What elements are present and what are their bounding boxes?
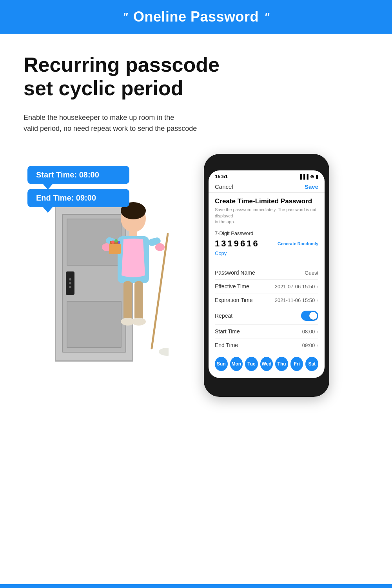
app-content: Create Time-Limited Password Save the pa… — [209, 193, 325, 378]
info-label-4: Start Time — [215, 328, 240, 335]
svg-point-20 — [118, 241, 120, 244]
lock-dot-2 — [69, 282, 71, 284]
info-value-1: 2021-07-06 15:50› — [275, 283, 318, 289]
footer-bar — [0, 584, 392, 588]
save-button[interactable]: Save — [305, 183, 318, 190]
housekeeper-figure — [98, 197, 169, 362]
info-value-5: 09:00› — [302, 342, 318, 348]
app-title: Create Time-Limited Password — [215, 197, 318, 205]
copy-link[interactable]: Copy — [215, 250, 318, 256]
phone-notch — [247, 159, 286, 168]
svg-point-9 — [155, 243, 165, 251]
main-content: Recurring passcodeset cyclic period Enab… — [0, 34, 392, 420]
lock-dot-3 — [69, 286, 71, 288]
svg-rect-16 — [109, 243, 121, 254]
wifi-icon: ⊛ — [310, 174, 314, 179]
generate-randomly-button[interactable]: Generate Randomly — [278, 241, 318, 246]
day-buttons-container: SunMonTueWedThuFriSat — [215, 352, 318, 373]
status-icons: ▐▐▐ ⊛ ▮ — [298, 174, 318, 179]
svg-point-18 — [111, 241, 114, 244]
chevron-icon-1: › — [316, 283, 318, 289]
header-title: Oneline Password — [133, 9, 259, 25]
end-time-bubble: End Time: 09:00 — [27, 189, 129, 207]
info-label-2: Expiration Time — [215, 297, 252, 303]
illustration-area: Start Time: 08:00 End Time: 09:00 — [24, 154, 368, 397]
password-digits: 1319616 — [215, 239, 260, 249]
info-row-2[interactable]: Expiration Time2021-11-06 15:50› — [215, 293, 318, 307]
day-btn-thu[interactable]: Thu — [275, 357, 288, 371]
info-row-0: Password NameGuest — [215, 266, 318, 280]
cancel-button[interactable]: Cancel — [215, 183, 233, 190]
phone-mockup: 15:51 ▐▐▐ ⊛ ▮ Cancel Save Create Time-Li… — [204, 154, 329, 397]
info-value-text-1: 2021-07-06 15:50 — [275, 284, 315, 289]
day-btn-sun[interactable]: Sun — [215, 357, 228, 371]
app-nav-bar: Cancel Save — [209, 181, 325, 193]
info-value-0: Guest — [305, 270, 318, 276]
svg-point-15 — [159, 348, 169, 356]
svg-rect-10 — [123, 281, 132, 320]
svg-rect-11 — [134, 281, 143, 320]
password-section-label: 7-Digit Password — [215, 230, 318, 236]
info-value-text-5: 09:00 — [302, 342, 315, 348]
page-description: Enable the housekeeper to make up room i… — [24, 112, 212, 135]
door-scene: Start Time: 08:00 End Time: 09:00 — [24, 154, 192, 362]
speech-bubbles: Start Time: 08:00 End Time: 09:00 — [27, 166, 129, 207]
info-label-3: Repeat — [215, 313, 232, 319]
day-btn-tue[interactable]: Tue — [245, 357, 258, 371]
info-label-1: Effective Time — [215, 283, 249, 289]
info-label-0: Password Name — [215, 270, 255, 276]
day-btn-sat[interactable]: Sat — [305, 357, 318, 371]
chevron-icon-5: › — [316, 342, 318, 348]
svg-point-13 — [132, 318, 146, 326]
chevron-icon-2: › — [316, 297, 318, 303]
info-row-5[interactable]: End Time09:00› — [215, 338, 318, 352]
lock-dot-1 — [69, 278, 71, 280]
phone-screen: 15:51 ▐▐▐ ⊛ ▮ Cancel Save Create Time-Li… — [209, 170, 325, 378]
toggle-thumb — [309, 312, 317, 320]
info-value-text-4: 08:00 — [302, 329, 315, 335]
day-btn-fri[interactable]: Fri — [290, 357, 303, 371]
day-btn-wed[interactable]: Wed — [260, 357, 273, 371]
status-bar: 15:51 ▐▐▐ ⊛ ▮ — [209, 170, 325, 181]
status-time: 15:51 — [215, 174, 228, 179]
info-row-3: Repeat — [215, 307, 318, 325]
page-heading: Recurring passcodeset cyclic period — [24, 53, 368, 100]
signal-icon: ▐▐▐ — [298, 174, 309, 179]
repeat-toggle[interactable] — [301, 311, 318, 321]
quote-right-icon: " — [264, 11, 269, 22]
info-row-4[interactable]: Start Time08:00› — [215, 325, 318, 338]
info-label-5: End Time — [215, 342, 238, 348]
start-time-bubble: Start Time: 08:00 — [27, 166, 129, 184]
home-indicator — [247, 382, 286, 384]
chevron-icon-4: › — [316, 328, 318, 335]
info-rows-container: Password NameGuestEffective Time2021-07-… — [215, 266, 318, 352]
info-value-2: 2021-11-06 15:50› — [275, 297, 318, 303]
door-lock — [66, 271, 74, 295]
quote-left-icon: " — [123, 11, 128, 22]
divider-1 — [215, 262, 318, 262]
battery-icon: ▮ — [316, 174, 318, 179]
info-value-4: 08:00› — [302, 328, 318, 335]
day-btn-mon[interactable]: Mon — [230, 357, 243, 371]
info-value-text-0: Guest — [305, 270, 318, 276]
header: " Oneline Password " — [0, 0, 392, 34]
info-value-text-2: 2021-11-06 15:50 — [275, 297, 315, 303]
svg-point-19 — [114, 239, 118, 242]
info-value-3 — [301, 311, 318, 321]
password-row: 1319616 Generate Randomly — [215, 239, 318, 249]
info-row-1[interactable]: Effective Time2021-07-06 15:50› — [215, 280, 318, 293]
app-subtitle: Save the password immediately. The passw… — [215, 207, 318, 225]
